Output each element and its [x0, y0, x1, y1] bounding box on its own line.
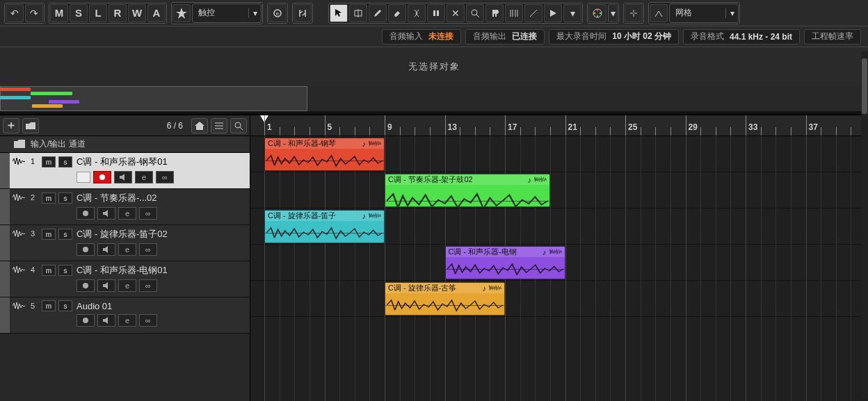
state-r-button[interactable]: R — [108, 4, 127, 22]
insert-chain-button[interactable]: ∞ — [156, 171, 174, 183]
mute-tool-button[interactable]: ✕ — [447, 4, 465, 22]
play-tool-button[interactable] — [544, 4, 562, 22]
snap-type-icon[interactable] — [650, 4, 668, 22]
insert-chain-button[interactable]: ∞ — [139, 279, 157, 292]
track-row[interactable]: 3msC调 - 旋律乐器-笛子02e∞ — [0, 225, 250, 261]
state-m-button[interactable]: M — [50, 4, 68, 22]
audio-clip[interactable]: C调 - 和声乐器-钢琴♪ — [264, 138, 385, 171]
mute-button[interactable]: m — [42, 193, 56, 204]
state-l-button[interactable]: L — [89, 4, 107, 22]
audio-clip[interactable]: C调 - 节奏乐器-架子鼓02♪ — [385, 174, 550, 207]
visibility-count: 6 / 6 — [161, 118, 188, 133]
comp-tool-button[interactable] — [485, 4, 504, 22]
color-dropdown-icon[interactable]: ▾ — [563, 4, 581, 22]
channel-edit-button[interactable]: e — [135, 171, 153, 183]
monitor-button[interactable] — [97, 314, 115, 327]
auto-mode-combo[interactable]: 触控 ▾ — [192, 3, 262, 23]
solo-button[interactable]: s — [58, 229, 72, 240]
glue-tool-button[interactable] — [427, 4, 445, 22]
erase-tool-button[interactable] — [388, 4, 406, 22]
status-audio-in[interactable]: 音频输入 未连接 — [382, 29, 461, 44]
status-audio-out[interactable]: 音频输出 已连接 — [465, 29, 545, 44]
track-color-gutter[interactable] — [0, 297, 10, 333]
add-track-button[interactable]: ＋ — [3, 118, 19, 133]
search-track-button[interactable] — [230, 118, 247, 133]
record-enable-button[interactable] — [77, 314, 95, 327]
status-framerate[interactable]: 工程帧速率 — [804, 29, 861, 44]
status-bar: 音频输入 未连接 音频输出 已连接 最大录音时间 10 小时 02 分钟 录音格… — [0, 26, 868, 47]
automation-mode-icon[interactable] — [172, 4, 191, 22]
track-row[interactable]: 2msC调 - 节奏乐器-...02e∞ — [0, 189, 250, 225]
lanes-area[interactable]: C调 - 和声乐器-钢琴♪C调 - 节奏乐器-架子鼓02♪C调 - 旋律乐器-笛… — [250, 136, 868, 401]
status-max-record[interactable]: 最大录音时间 10 小时 02 分钟 — [549, 29, 679, 44]
split-tool-button[interactable] — [408, 4, 426, 22]
line-tool-button[interactable] — [524, 4, 542, 22]
record-enable-button[interactable] — [77, 207, 95, 220]
track-color-gutter[interactable] — [0, 261, 10, 297]
snap-off-button[interactable] — [625, 4, 643, 22]
track-row[interactable]: 5msAudio 01e∞ — [0, 297, 250, 334]
record-enable-button[interactable] — [93, 171, 111, 183]
solo-button[interactable]: s — [58, 300, 72, 311]
grid-line — [775, 136, 776, 401]
range-tool-button[interactable] — [349, 4, 367, 22]
channel-edit-button[interactable]: e — [118, 314, 136, 327]
track-row[interactable]: 4msC调 - 和声乐器-电钢01e∞ — [0, 261, 250, 297]
auto-fade-box[interactable] — [77, 172, 90, 183]
monitor-button[interactable] — [97, 243, 115, 256]
solo-button[interactable]: s — [58, 193, 72, 204]
channel-edit-button[interactable]: e — [118, 243, 136, 256]
list-view-button[interactable] — [211, 118, 227, 133]
home-view-button[interactable] — [191, 118, 208, 133]
constrain-icon[interactable] — [294, 4, 312, 22]
monitor-button[interactable] — [97, 279, 115, 292]
channel-edit-button[interactable]: e — [118, 279, 136, 292]
track-color-gutter[interactable] — [0, 189, 10, 224]
status-record-format[interactable]: 录音格式 44.1 kHz - 24 bit — [683, 29, 800, 44]
timeline-ruler[interactable]: 15913172125293337 — [250, 115, 868, 136]
state-a-button[interactable]: A — [147, 4, 166, 22]
audio-clip[interactable]: C调 - 旋律乐器-古筝♪ — [385, 282, 505, 316]
insert-chain-button[interactable]: ∞ — [139, 314, 157, 327]
draw-tool-button[interactable] — [369, 4, 387, 22]
track-preset-button[interactable] — [22, 118, 39, 133]
record-enable-button[interactable] — [77, 243, 95, 256]
snap-type-combo[interactable]: 网格 ▾ — [669, 3, 739, 23]
folder-icon — [14, 139, 31, 150]
ruler-tick — [580, 127, 581, 136]
audio-clip[interactable]: C调 - 旋律乐器-笛子♪ — [264, 210, 385, 243]
channel-edit-button[interactable]: e — [118, 207, 136, 220]
clip-waveform — [265, 149, 384, 171]
mute-button[interactable]: m — [42, 300, 56, 311]
zoom-tool-button[interactable] — [466, 4, 484, 22]
solo-button[interactable]: s — [58, 265, 72, 276]
monitor-button[interactable] — [97, 207, 115, 220]
vertical-scrollbar[interactable] — [861, 51, 868, 398]
track-row[interactable]: 1msC调 - 和声乐器-钢琴01e∞ — [0, 153, 250, 189]
chevron-down-icon[interactable]: ▾ — [608, 4, 618, 22]
color-tool-button[interactable] — [588, 4, 606, 22]
mute-button[interactable]: m — [42, 229, 56, 240]
insert-chain-button[interactable]: ∞ — [139, 243, 157, 256]
svg-point-12 — [235, 122, 241, 128]
mute-button[interactable]: m — [42, 156, 56, 167]
state-s-button[interactable]: S — [70, 4, 88, 22]
warp-tool-button[interactable] — [505, 4, 523, 22]
redo-button[interactable]: ↷ — [25, 4, 43, 22]
record-enable-button[interactable] — [77, 279, 95, 292]
pointer-tool-button[interactable] — [330, 4, 348, 22]
project-overview[interactable] — [0, 86, 868, 111]
monitor-button[interactable] — [114, 171, 132, 183]
io-folder-row[interactable]: 输入/输出 通道 — [0, 136, 250, 153]
track-color-gutter[interactable] — [0, 153, 10, 188]
automation-panel-button[interactable]: e — [268, 4, 287, 22]
audio-clip[interactable]: C调 - 和声乐器-电钢♪ — [445, 246, 565, 279]
track-color-gutter[interactable] — [0, 225, 10, 261]
insert-chain-button[interactable]: ∞ — [139, 207, 157, 220]
undo-button[interactable]: ↶ — [6, 4, 24, 22]
solo-button[interactable]: s — [58, 156, 72, 167]
state-w-button[interactable]: W — [128, 4, 146, 22]
ruler-label: 37 — [809, 122, 818, 132]
scrollbar-thumb[interactable] — [862, 58, 867, 114]
mute-button[interactable]: m — [42, 265, 56, 276]
